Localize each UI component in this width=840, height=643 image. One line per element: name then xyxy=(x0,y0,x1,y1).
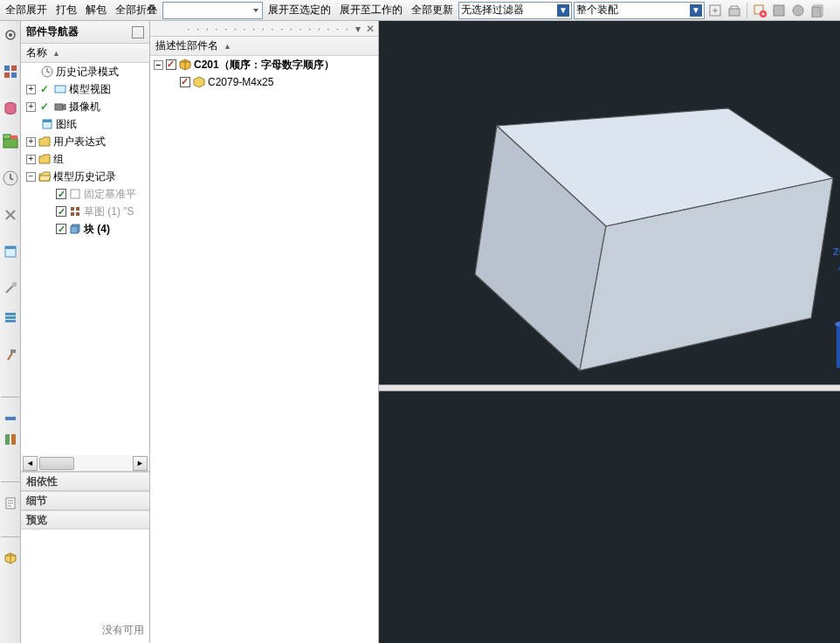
details-section[interactable]: 细节 xyxy=(21,491,149,510)
rail-tool-icon[interactable] xyxy=(2,206,19,224)
toolbar-add-icon[interactable] xyxy=(751,2,768,19)
toolbar-icon-2[interactable] xyxy=(726,2,743,19)
drawing-icon xyxy=(40,117,54,131)
toolbar-icon-4[interactable] xyxy=(770,2,788,19)
rail-tool2-icon[interactable] xyxy=(2,280,19,297)
svg-rect-32 xyxy=(55,104,63,110)
pack-button[interactable]: 打包 xyxy=(52,1,80,19)
preview-area: 没有可用 xyxy=(21,529,149,643)
scroll-thumb[interactable] xyxy=(39,457,74,470)
svg-rect-4 xyxy=(774,5,784,16)
expand-icon[interactable]: + xyxy=(26,155,36,164)
collapse-all-button[interactable]: 全部折叠 xyxy=(112,1,161,19)
main-area: 部件导航器 名称 ▲ 历史记录模式 + ✓ 模型视图 + ✓ 摄像机 xyxy=(0,21,840,643)
rail-gear-icon[interactable] xyxy=(2,26,19,44)
close-icon[interactable]: ✕ xyxy=(366,23,375,35)
tree-item-sketch[interactable]: 草图 (1) "S xyxy=(52,203,149,220)
sketch-icon xyxy=(68,204,82,218)
expand-icon[interactable]: + xyxy=(26,85,36,94)
tree-item-model-views[interactable]: + ✓ 模型视图 xyxy=(23,80,149,98)
title-label: 部件导航器 xyxy=(26,24,79,39)
tree-label: 图纸 xyxy=(56,117,77,132)
rail-box-icon[interactable] xyxy=(2,550,19,567)
tree-item-cameras[interactable]: + ✓ 摄像机 xyxy=(23,98,149,115)
column-header-desc[interactable]: 描述性部件名 ▲ xyxy=(150,37,378,56)
checkbox[interactable] xyxy=(56,189,66,199)
scope-select[interactable]: 整个装配▼ xyxy=(574,2,705,19)
tree-item-block[interactable]: 块 (4) xyxy=(52,220,149,238)
toolbar-icon-6[interactable] xyxy=(809,2,826,19)
chevron-down-icon: ▼ xyxy=(557,4,569,17)
expand-icon[interactable]: + xyxy=(26,137,36,147)
column-header-name[interactable]: 名称 ▲ xyxy=(21,44,149,63)
rail-nav-icon[interactable] xyxy=(2,63,19,80)
rail-clock-icon[interactable] xyxy=(2,169,19,187)
scope-select-value: 整个装配 xyxy=(576,3,618,17)
panel-menu[interactable]: · · · · · · · · · · · · · · · · · · ▾ ✕ xyxy=(150,21,378,37)
rail-folder-icon[interactable] xyxy=(2,133,19,150)
svg-point-9 xyxy=(9,33,12,37)
camera-icon xyxy=(53,100,67,114)
collapse-icon[interactable]: − xyxy=(154,60,163,70)
tree-item-model-history[interactable]: − 模型历史记录 xyxy=(23,168,149,185)
rail-window-icon[interactable] xyxy=(2,243,19,260)
preview-section[interactable]: 预览 xyxy=(21,510,149,529)
unpack-button[interactable]: 解包 xyxy=(82,1,110,19)
expand-to-working-button[interactable]: 展开至工作的 xyxy=(336,1,406,19)
3d-viewport[interactable]: ZC XC xyxy=(379,21,840,643)
svg-rect-38 xyxy=(71,212,74,216)
scroll-right-icon[interactable]: ► xyxy=(133,456,148,471)
viewport-splitter[interactable] xyxy=(379,384,840,391)
folder-icon xyxy=(38,135,52,149)
rail-db-icon[interactable] xyxy=(2,100,19,117)
separator xyxy=(747,3,747,18)
svg-rect-48 xyxy=(837,324,840,368)
svg-rect-12 xyxy=(4,73,10,78)
maximize-icon[interactable] xyxy=(132,26,144,38)
desc-tree-root[interactable]: − C201（顺序：字母数字顺序） xyxy=(150,56,378,73)
rail-small1-icon[interactable] xyxy=(2,410,19,427)
tree-item-groups[interactable]: + 组 xyxy=(23,150,149,168)
svg-rect-28 xyxy=(11,434,16,445)
column-name-label: 名称 xyxy=(26,45,47,60)
checkbox[interactable] xyxy=(180,77,190,87)
rail-stack-icon[interactable] xyxy=(2,309,19,327)
svg-rect-36 xyxy=(71,207,74,211)
rail-small2-icon[interactable] xyxy=(2,431,19,448)
folder-icon xyxy=(38,152,52,166)
svg-rect-37 xyxy=(76,207,79,211)
expand-icon[interactable]: + xyxy=(26,102,36,112)
checkbox[interactable] xyxy=(166,59,176,70)
search-input[interactable] xyxy=(162,2,263,19)
sort-asc-icon: ▲ xyxy=(52,49,60,58)
tree-item-expressions[interactable]: + 用户表达式 xyxy=(23,133,149,150)
svg-rect-20 xyxy=(5,246,16,249)
collapse-icon[interactable]: − xyxy=(26,172,36,182)
toolbar-icon-1[interactable] xyxy=(706,2,724,19)
desc-tree-child[interactable]: C2079-M4x25 xyxy=(150,73,378,91)
part-navigator-title: 部件导航器 xyxy=(21,21,149,44)
model-cube xyxy=(466,91,840,405)
tree-item-history-mode[interactable]: 历史记录模式 xyxy=(37,63,149,80)
checkbox[interactable] xyxy=(56,206,66,217)
tree-label: C201（顺序：字母数字顺序） xyxy=(194,58,334,73)
rail-doc-icon[interactable] xyxy=(2,494,19,512)
descriptive-parts-panel: · · · · · · · · · · · · · · · · · · ▾ ✕ … xyxy=(150,21,379,643)
tree-item-datum[interactable]: 固定基准平 xyxy=(52,185,149,203)
dependencies-section[interactable]: 相依性 xyxy=(21,472,149,491)
update-all-button[interactable]: 全部更新 xyxy=(408,1,457,19)
chevron-down-icon[interactable]: ▾ xyxy=(355,23,361,35)
horizontal-scrollbar[interactable]: ◄ ► xyxy=(23,455,148,471)
scroll-left-icon[interactable]: ◄ xyxy=(23,456,38,471)
expand-all-button[interactable]: 全部展开 xyxy=(2,1,51,19)
clock-icon xyxy=(40,65,54,79)
tree-label: 历史记录模式 xyxy=(56,65,119,80)
expand-to-selected-button[interactable]: 展开至选定的 xyxy=(265,1,334,19)
rail-hammer-icon[interactable] xyxy=(2,346,19,363)
checkbox[interactable] xyxy=(56,224,66,234)
tree-item-drawings[interactable]: 图纸 xyxy=(37,115,149,133)
column-label: 描述性部件名 xyxy=(155,38,218,53)
svg-rect-35 xyxy=(71,190,79,198)
toolbar-icon-5[interactable] xyxy=(789,2,807,19)
filter-select[interactable]: 无选择过滤器▼ xyxy=(458,2,572,19)
